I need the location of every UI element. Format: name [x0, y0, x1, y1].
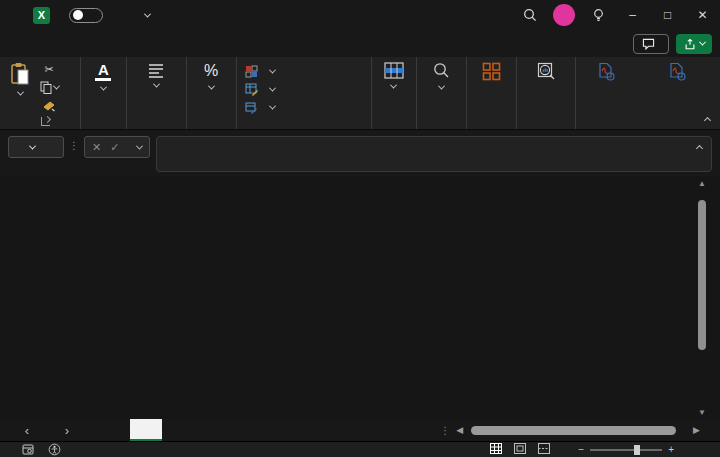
font-group: A — [81, 57, 126, 129]
status-bar: − + — [0, 441, 720, 457]
formula-bar: ⋮ ✕ ✓ — [0, 130, 720, 176]
comment-icon — [642, 38, 655, 50]
scroll-left-icon[interactable]: ◀ — [456, 425, 463, 435]
scroll-up-icon[interactable]: ▲ — [698, 176, 706, 190]
paste-button[interactable] — [4, 60, 36, 98]
addins-icon — [482, 62, 501, 81]
font-icon: A — [98, 62, 109, 77]
formula-buttons: ✕ ✓ — [84, 136, 150, 158]
vscroll-thumb[interactable] — [698, 200, 706, 350]
name-box[interactable] — [8, 136, 64, 158]
analyze-data-button[interactable] — [521, 60, 571, 85]
cut-icon[interactable]: ✂ — [39, 62, 59, 77]
format-as-table-button[interactable] — [241, 80, 279, 98]
sheet-tab-bar: ‹ › ⋮ ◀ ▶ — [0, 419, 720, 441]
acrobat-group — [575, 57, 720, 129]
cell-styles-icon — [245, 101, 258, 114]
analyze-data-icon — [537, 62, 556, 81]
normal-view-icon[interactable] — [490, 443, 502, 456]
chevron-down-icon — [29, 142, 36, 149]
ribbon-tab-bar — [0, 30, 720, 57]
page-layout-view-icon[interactable] — [514, 443, 526, 456]
excel-logo-icon[interactable]: X — [33, 7, 50, 24]
number-group: % — [187, 57, 237, 129]
zoom-out-button[interactable]: − — [578, 444, 584, 455]
macro-record-icon[interactable] — [22, 444, 34, 455]
cells-group — [372, 57, 416, 129]
pdf-share-icon — [667, 62, 687, 82]
cancel-icon[interactable]: ✕ — [92, 141, 101, 154]
ribbon: ✂ A — [0, 57, 720, 130]
horizontal-scrollbar[interactable] — [469, 426, 687, 435]
clipboard-group: ✂ — [0, 57, 81, 129]
hscroll-thumb[interactable] — [471, 426, 676, 435]
lightbulb-icon[interactable] — [581, 0, 615, 30]
scroll-right-icon[interactable]: ▶ — [693, 425, 700, 435]
accessibility-icon[interactable] — [48, 443, 61, 456]
expand-formula-bar-icon[interactable] — [696, 145, 703, 152]
toggle-knob-icon — [73, 10, 83, 20]
scrollbar-splitter[interactable]: ⋮ — [440, 425, 450, 436]
share-icon — [684, 38, 696, 50]
conditional-formatting-button[interactable] — [241, 62, 279, 80]
format-as-table-icon — [245, 83, 258, 96]
enter-icon[interactable]: ✓ — [110, 141, 119, 154]
spreadsheet-area: ▲ ▼ — [0, 176, 720, 419]
editing-button[interactable] — [427, 60, 455, 92]
conditional-formatting-icon — [245, 65, 258, 78]
formula-input[interactable] — [156, 136, 712, 172]
cell-styles-button[interactable] — [241, 98, 279, 116]
editing-group — [417, 57, 467, 129]
share-button[interactable] — [676, 34, 712, 54]
analyze-group — [517, 57, 575, 129]
clipboard-icon — [9, 62, 31, 86]
minimize-button[interactable]: – — [615, 0, 650, 30]
format-painter-icon[interactable] — [39, 98, 59, 113]
clipboard-dialog-launcher[interactable] — [41, 117, 50, 126]
scroll-down-icon[interactable]: ▼ — [698, 405, 706, 419]
create-pdf-share-button[interactable] — [637, 60, 716, 86]
styles-group — [237, 57, 372, 129]
next-sheet-icon[interactable]: › — [54, 423, 80, 438]
cells-icon — [384, 62, 404, 79]
magnifier-icon — [432, 62, 450, 80]
alignment-group — [127, 57, 187, 129]
comments-button[interactable] — [633, 34, 669, 54]
search-icon[interactable] — [513, 0, 547, 30]
number-button[interactable]: % — [199, 60, 223, 92]
namebox-splitter[interactable]: ⋮ — [69, 140, 79, 151]
font-button[interactable]: A — [90, 60, 116, 93]
chevron-down-icon — [698, 39, 705, 46]
zoom-slider-thumb[interactable] — [634, 445, 640, 455]
create-pdf-button[interactable] — [580, 60, 631, 86]
addins-group — [467, 57, 517, 129]
addins-button[interactable] — [477, 60, 506, 85]
autosave-toggle[interactable] — [69, 8, 103, 23]
zoom-in-button[interactable]: + — [668, 444, 674, 455]
vertical-scrollbar[interactable]: ▲ ▼ — [692, 176, 712, 419]
title-bar: X – □ ✕ — [0, 0, 720, 30]
close-button[interactable]: ✕ — [685, 0, 720, 30]
chevron-down-icon — [136, 142, 143, 149]
pdf-icon — [596, 62, 616, 82]
percent-icon: % — [204, 62, 218, 80]
prev-sheet-icon[interactable]: ‹ — [14, 423, 40, 438]
page-break-view-icon[interactable] — [538, 443, 550, 456]
cells-button[interactable] — [379, 60, 409, 91]
chevron-down-icon — [144, 10, 151, 17]
avatar[interactable] — [553, 4, 575, 26]
sheet-tab-sheet2[interactable] — [130, 419, 162, 441]
copy-icon[interactable] — [39, 80, 59, 95]
document-title[interactable] — [139, 13, 150, 18]
maximize-button[interactable]: □ — [650, 0, 685, 30]
sheet-tab-sheet1[interactable] — [98, 419, 130, 441]
alignment-button[interactable] — [142, 60, 170, 90]
zoom-slider[interactable] — [590, 449, 662, 451]
alignment-icon — [147, 62, 165, 78]
